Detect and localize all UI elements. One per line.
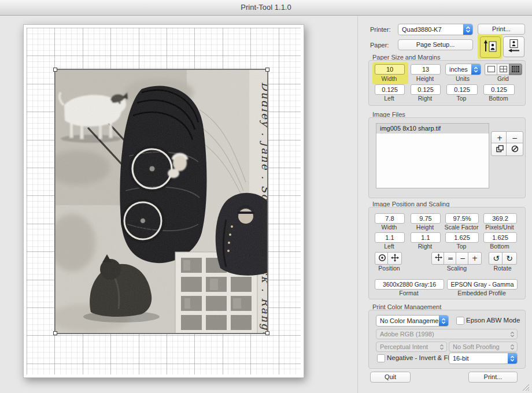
- prohibit-icon: [511, 145, 519, 154]
- move-arrows-icon: [391, 254, 399, 264]
- embedded-profile-field: EPSON Gray - Gamma: [447, 279, 518, 290]
- dropdown-stepper-icon-disabled: [437, 342, 446, 351]
- orientation-landscape-button[interactable]: [503, 36, 524, 57]
- print-preview-page: Dudley . Jane . Soloman . Jack . Ranger: [23, 24, 304, 378]
- pixels-unit-field[interactable]: 369.2: [483, 213, 517, 224]
- image-right-field[interactable]: 1.1: [411, 232, 441, 243]
- negative-invert-label: Negative - Invert & Flip: [387, 354, 455, 361]
- grid-off-segment[interactable]: [485, 64, 498, 75]
- soft-proofing-select: No Soft Proofing: [449, 342, 518, 352]
- dropdown-stepper-icon-disabled: [508, 329, 517, 339]
- printer-label: Printer:: [370, 26, 390, 33]
- grid-fine-segment[interactable]: [509, 64, 522, 75]
- page-setup-button[interactable]: Page Setup...: [398, 39, 473, 50]
- image-files-list[interactable]: img005 8x10 sharp.tif: [376, 123, 489, 188]
- print-preview-photo[interactable]: Dudley . Jane . Soloman . Jack . Ranger: [54, 69, 268, 334]
- printer-select-value: Quad3880-K7: [398, 24, 463, 35]
- margin-right-label: Right: [409, 95, 441, 102]
- image-width-label: Width: [373, 224, 405, 231]
- margin-right-field[interactable]: 0.125: [411, 84, 441, 95]
- paper-label: Paper:: [370, 42, 389, 49]
- embedded-profile-label: Embedded Profile: [447, 290, 516, 296]
- dropdown-stepper-icon: [439, 316, 448, 326]
- units-label: Units: [443, 75, 482, 82]
- dropdown-stepper-icon: [508, 353, 517, 364]
- margin-top-field[interactable]: 0.125: [446, 84, 478, 95]
- image-height-label: Height: [409, 224, 441, 231]
- image-bottom-field[interactable]: 1.625: [483, 232, 517, 243]
- panel-divider: [357, 16, 358, 393]
- window-titlebar: Print-Tool 1.1.0: [0, 0, 532, 16]
- grid-coarse-icon: [500, 64, 507, 75]
- rotate-cw-button[interactable]: ↻: [502, 252, 517, 265]
- margin-left-field[interactable]: 0.125: [375, 84, 405, 95]
- position-label: Position: [373, 265, 405, 272]
- print-button-top[interactable]: Print...: [478, 24, 525, 35]
- print-button-bottom[interactable]: Print...: [468, 372, 518, 383]
- grid-fine-icon: [512, 64, 519, 75]
- margin-bottom-field[interactable]: 0.125: [483, 84, 515, 95]
- photo-illustration: Dudley . Jane . Soloman . Jack . Ranger: [55, 69, 268, 333]
- resize-grip[interactable]: [521, 383, 530, 393]
- image-bottom-label: Bottom: [480, 243, 519, 250]
- photo-handle-bottom-right[interactable]: [265, 331, 269, 335]
- paper-width-label: Width: [373, 75, 405, 82]
- color-mode-select[interactable]: No Color Management: [376, 315, 449, 327]
- grid-label: Grid: [483, 75, 523, 82]
- portrait-orientation-icon: [483, 39, 498, 56]
- dropdown-stepper-icon: [463, 24, 472, 35]
- format-label: Format: [375, 290, 443, 296]
- epson-abw-label: Epson ABW Mode: [466, 317, 520, 324]
- scaling-plus-button[interactable]: +: [468, 252, 482, 265]
- duplicate-icon: [496, 145, 504, 154]
- dropdown-stepper-icon-disabled: [508, 342, 517, 351]
- quit-button[interactable]: Quit: [370, 372, 411, 383]
- list-item[interactable]: img005 8x10 sharp.tif: [376, 124, 489, 134]
- image-top-field[interactable]: 1.625: [445, 232, 479, 243]
- color-mode-value: No Color Management: [376, 316, 439, 326]
- printer-select[interactable]: Quad3880-K7: [398, 24, 473, 35]
- profile-select: Adobe RGB (1998): [376, 329, 518, 339]
- soft-proofing-value: No Soft Proofing: [449, 342, 508, 351]
- margin-left-label: Left: [373, 95, 405, 102]
- profile-select-value: Adobe RGB (1998): [376, 329, 508, 339]
- rotate-label: Rotate: [485, 265, 520, 272]
- position-move-button[interactable]: [387, 252, 402, 265]
- image-right-label: Right: [409, 243, 441, 250]
- bit-depth-value: 16-bit: [449, 353, 508, 364]
- grid-off-icon: [487, 64, 495, 75]
- scale-factor-label: Scale Factor: [441, 224, 482, 231]
- fit-arrows-icon: [435, 254, 442, 263]
- paper-height-label: Height: [409, 75, 441, 82]
- window-title: Print-Tool 1.1.0: [241, 3, 291, 12]
- photo-handle-top-right[interactable]: [265, 68, 269, 72]
- image-left-label: Left: [373, 243, 405, 250]
- units-select[interactable]: inches: [445, 64, 481, 75]
- photo-handle-bottom-left[interactable]: [53, 331, 57, 335]
- negative-invert-checkbox[interactable]: [377, 354, 385, 362]
- paper-width-field[interactable]: 10: [375, 64, 405, 75]
- image-width-field[interactable]: 7.8: [375, 213, 405, 224]
- rendering-intent-select: Perceptual Intent: [376, 342, 447, 352]
- photo-handle-top-left[interactable]: [53, 68, 57, 72]
- landscape-orientation-icon: [507, 38, 522, 55]
- center-target-icon: [378, 254, 386, 264]
- scaling-label: Scaling: [439, 265, 474, 272]
- clear-images-button[interactable]: [506, 143, 523, 156]
- format-field: 3600x2880 Gray:16: [375, 279, 444, 290]
- rendering-intent-value: Perceptual Intent: [376, 342, 437, 351]
- image-height-field[interactable]: 9.75: [411, 213, 441, 224]
- bit-depth-select[interactable]: 16-bit: [449, 353, 518, 364]
- margin-top-label: Top: [443, 95, 480, 102]
- epson-abw-checkbox[interactable]: [456, 317, 464, 325]
- orientation-portrait-button[interactable]: [480, 36, 501, 58]
- grid-coarse-segment[interactable]: [497, 64, 510, 75]
- image-top-label: Top: [441, 243, 482, 250]
- pixels-unit-label: Pixels/Unit: [480, 224, 519, 231]
- scale-factor-field[interactable]: 97.5%: [445, 213, 479, 224]
- paper-height-field[interactable]: 13: [411, 64, 441, 75]
- dropdown-stepper-icon: [471, 64, 481, 75]
- margin-bottom-label: Bottom: [480, 95, 517, 102]
- units-select-value: inches: [446, 64, 471, 75]
- image-left-field[interactable]: 1.1: [375, 232, 405, 243]
